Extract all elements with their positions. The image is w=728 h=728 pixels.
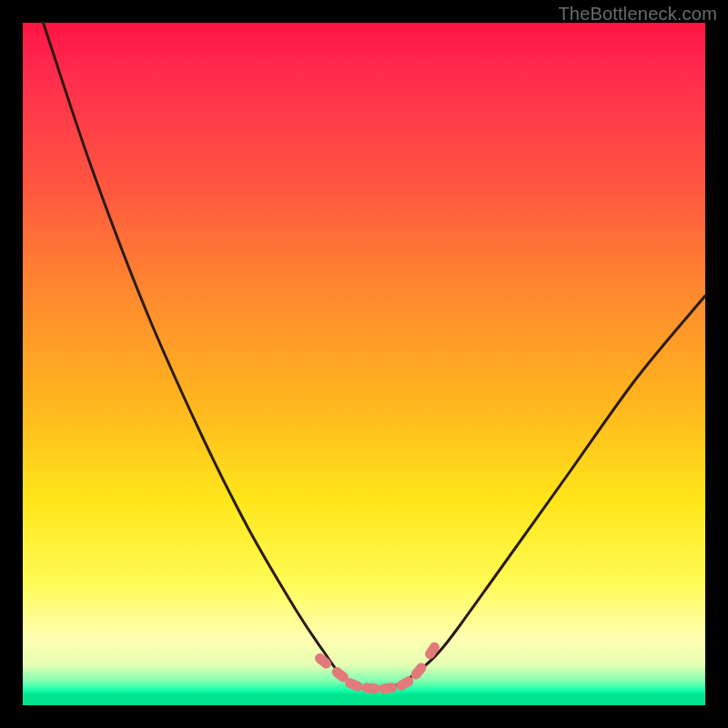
watermark-text: TheBottleneck.com [558, 4, 717, 25]
minimum-marker [313, 652, 333, 671]
bottleneck-curve-path [44, 23, 706, 689]
curve-layer [23, 23, 705, 705]
minimum-marker [379, 682, 398, 694]
chart-stage: TheBottleneck.com [0, 0, 728, 728]
gradient-plot-area [23, 23, 705, 705]
bottleneck-curve [44, 23, 706, 689]
minimum-marker [361, 682, 380, 694]
minimum-markers [313, 641, 441, 695]
